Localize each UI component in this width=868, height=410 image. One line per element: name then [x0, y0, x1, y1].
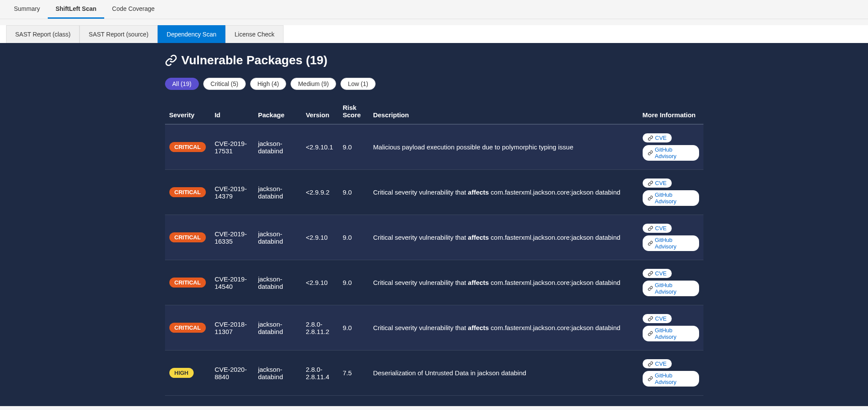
top-tab-0[interactable]: Summary	[6, 0, 48, 19]
page-title: Vulnerable Packages (19)	[165, 53, 703, 67]
version: <2.9.10	[301, 260, 338, 305]
description: Critical severity vulnerability that aff…	[369, 260, 638, 305]
content-panel: Vulnerable Packages (19) All (19)Critica…	[0, 43, 868, 406]
github-advisory-link[interactable]: GitHub Advisory	[643, 235, 699, 251]
severity-badge: HIGH	[169, 368, 194, 378]
description: Critical severity vulnerability that aff…	[369, 215, 638, 260]
cve-link[interactable]: CVE	[643, 359, 672, 368]
column-header: Risk Score	[338, 99, 369, 124]
filter-pill-2[interactable]: High (4)	[250, 78, 287, 90]
severity-badge: CRITICAL	[169, 232, 206, 242]
risk-score: 9.0	[338, 305, 369, 350]
version: <2.9.10.1	[301, 124, 338, 170]
filter-pill-1[interactable]: Critical (5)	[203, 78, 246, 90]
description: Malicious payload execution possible due…	[369, 124, 638, 170]
vuln-id: CVE-2019-16335	[210, 215, 254, 260]
severity-badge: CRITICAL	[169, 142, 206, 152]
version: 2.8.0-2.8.11.2	[301, 305, 338, 350]
column-header: Severity	[165, 99, 211, 124]
column-header: Id	[210, 99, 254, 124]
top-tab-2[interactable]: Code Coverage	[104, 0, 162, 19]
package-name: jackson-databind	[254, 305, 301, 350]
github-advisory-link[interactable]: GitHub Advisory	[643, 190, 699, 206]
package-name: jackson-databind	[254, 124, 301, 170]
vuln-id: CVE-2020-8840	[210, 350, 254, 396]
cve-link[interactable]: CVE	[643, 224, 672, 233]
package-name: jackson-databind	[254, 170, 301, 215]
github-advisory-link[interactable]: GitHub Advisory	[643, 281, 699, 296]
table-row: CRITICALCVE-2019-17531jackson-databind<2…	[165, 124, 703, 170]
table-body: CRITICALCVE-2019-17531jackson-databind<2…	[165, 124, 703, 396]
vuln-id: CVE-2019-14379	[210, 170, 254, 215]
top-tabs: SummaryShiftLeft ScanCode Coverage	[0, 0, 868, 19]
sub-tab-2[interactable]: Dependency Scan	[158, 25, 225, 43]
cve-link[interactable]: CVE	[643, 269, 672, 278]
version: <2.9.10	[301, 215, 338, 260]
package-name: jackson-databind	[254, 350, 301, 396]
vulnerabilities-table: SeverityIdPackageVersionRisk ScoreDescri…	[165, 99, 703, 396]
risk-score: 9.0	[338, 260, 369, 305]
risk-score: 9.0	[338, 215, 369, 260]
sub-tab-3[interactable]: License Check	[225, 25, 284, 43]
column-header: Description	[369, 99, 638, 124]
description: Critical severity vulnerability that aff…	[369, 305, 638, 350]
filter-pill-0[interactable]: All (19)	[165, 78, 199, 90]
column-header: More Information	[638, 99, 703, 124]
page-title-text: Vulnerable Packages (19)	[182, 53, 328, 67]
version: <2.9.9.2	[301, 170, 338, 215]
description: Deserialization of Untrusted Data in jac…	[369, 350, 638, 396]
severity-badge: CRITICAL	[169, 187, 206, 197]
github-advisory-link[interactable]: GitHub Advisory	[643, 326, 699, 341]
column-header: Package	[254, 99, 301, 124]
sub-tab-1[interactable]: SAST Report (source)	[79, 25, 157, 43]
column-header: Version	[301, 99, 338, 124]
table-header-row: SeverityIdPackageVersionRisk ScoreDescri…	[165, 99, 703, 124]
table-row: HIGHCVE-2020-8840jackson-databind2.8.0-2…	[165, 350, 703, 396]
version: 2.8.0-2.8.11.4	[301, 350, 338, 396]
package-name: jackson-databind	[254, 260, 301, 305]
table-row: CRITICALCVE-2018-11307jackson-databind2.…	[165, 305, 703, 350]
severity-badge: CRITICAL	[169, 278, 206, 288]
risk-score: 9.0	[338, 170, 369, 215]
filter-pill-4[interactable]: Low (1)	[340, 78, 376, 90]
sub-tabs: SAST Report (class)SAST Report (source)D…	[0, 25, 868, 43]
vuln-id: CVE-2019-14540	[210, 260, 254, 305]
risk-score: 9.0	[338, 124, 369, 170]
package-name: jackson-databind	[254, 215, 301, 260]
table-row: CRITICALCVE-2019-14379jackson-databind<2…	[165, 170, 703, 215]
filter-pills: All (19)Critical (5)High (4)Medium (9)Lo…	[165, 78, 703, 90]
cve-link[interactable]: CVE	[643, 179, 672, 188]
github-advisory-link[interactable]: GitHub Advisory	[643, 145, 699, 161]
sub-tab-0[interactable]: SAST Report (class)	[6, 25, 79, 43]
cve-link[interactable]: CVE	[643, 133, 672, 142]
table-row: CRITICALCVE-2019-16335jackson-databind<2…	[165, 215, 703, 260]
filter-pill-3[interactable]: Medium (9)	[290, 78, 336, 90]
description: Critical severity vulnerability that aff…	[369, 170, 638, 215]
risk-score: 7.5	[338, 350, 369, 396]
table-row: CRITICALCVE-2019-14540jackson-databind<2…	[165, 260, 703, 305]
cve-link[interactable]: CVE	[643, 314, 672, 323]
vuln-id: CVE-2018-11307	[210, 305, 254, 350]
github-advisory-link[interactable]: GitHub Advisory	[643, 371, 699, 387]
severity-badge: CRITICAL	[169, 323, 206, 333]
vuln-id: CVE-2019-17531	[210, 124, 254, 170]
top-tab-1[interactable]: ShiftLeft Scan	[48, 0, 104, 19]
link-icon	[165, 54, 177, 66]
